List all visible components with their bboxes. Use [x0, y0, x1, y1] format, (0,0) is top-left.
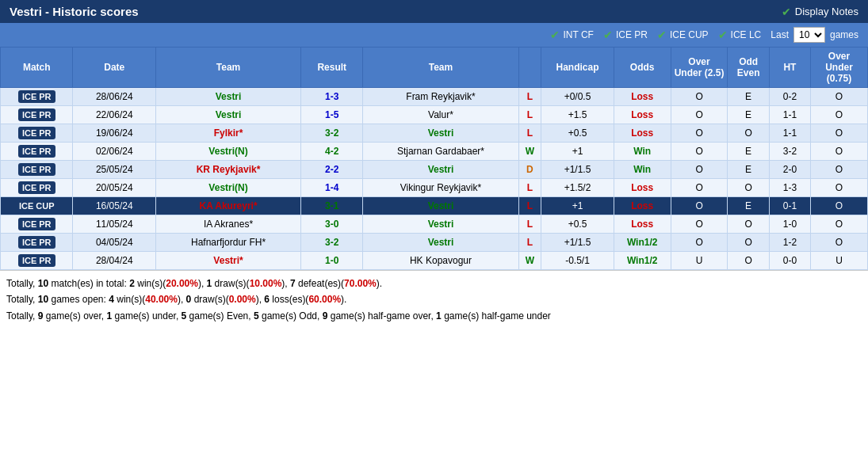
filter-bar: ✔ INT CF ✔ ICE PR ✔ ICE CUP ✔ ICE LC Las…	[0, 23, 868, 47]
result-score: 4-2	[325, 146, 338, 157]
wl-cell: L	[518, 197, 541, 215]
ice-pr-check: ✔	[603, 29, 613, 41]
footer-line2: Totally, 10 games open: 4 win(s)(40.00%)…	[6, 291, 862, 307]
odds-cell: Loss	[614, 88, 671, 106]
team2-cell: Fram Reykjavik*	[363, 88, 518, 106]
oe-cell: E	[728, 88, 769, 106]
date-cell: 25/05/24	[73, 161, 156, 179]
result-score: 1-0	[325, 255, 338, 266]
wl-cell: D	[518, 161, 541, 179]
ht-cell: 0-0	[769, 252, 810, 270]
date-cell: 11/05/24	[73, 215, 156, 234]
wl-cell: W	[518, 143, 541, 161]
ou075-cell: O	[811, 179, 868, 197]
team1-cell: Vestri	[156, 106, 301, 124]
match-badge-cell: ICE PR	[1, 215, 73, 234]
filter-ice-pr[interactable]: ✔ ICE PR	[603, 29, 648, 41]
team1-name: Vestri*	[213, 255, 243, 266]
date-cell: 19/06/24	[73, 124, 156, 143]
table-row: ICE PR02/06/24Vestri(N)4-2Stjarnan Garda…	[1, 143, 868, 161]
odds-cell: Loss	[614, 215, 671, 234]
team1-cell: Fylkir*	[156, 124, 301, 143]
match-badge: ICE PR	[18, 163, 55, 176]
ou25-cell: O	[671, 143, 728, 161]
ice-lc-label: ICE LC	[731, 29, 762, 40]
team1-name: Vestri	[216, 109, 242, 120]
display-notes-toggle[interactable]: ✔ Display Notes	[782, 6, 858, 18]
wl-cell: L	[518, 234, 541, 252]
team2-name: Vestri	[428, 237, 454, 248]
wl-cell: W	[518, 252, 541, 270]
odds-value: Win	[633, 146, 651, 157]
int-cf-check: ✔	[550, 29, 560, 41]
result-cell: 3-2	[301, 124, 363, 143]
ht-cell: 1-3	[769, 179, 810, 197]
result-cell: 3-1	[301, 197, 363, 215]
date-cell: 02/06/24	[73, 143, 156, 161]
wl-cell: L	[518, 124, 541, 143]
table-row: ICE PR28/06/24Vestri1-3Fram Reykjavik*L+…	[1, 88, 868, 106]
header-handicap: Handicap	[541, 48, 614, 88]
odds-value: Loss	[631, 91, 653, 102]
header-team2: Team	[363, 48, 518, 88]
match-badge: ICE PR	[18, 181, 55, 194]
team1-cell: KA Akureyri*	[156, 197, 301, 215]
table-row: ICE PR19/06/24Fylkir*3-2VestriL+0.5LossO…	[1, 124, 868, 143]
table-row: ICE PR22/06/24Vestri1-5Valur*L+1.5LossOE…	[1, 106, 868, 124]
team1-cell: KR Reykjavik*	[156, 161, 301, 179]
handicap-cell: +0.5	[541, 215, 614, 234]
team2-cell: Vikingur Reykjavik*	[363, 179, 518, 197]
filter-ice-lc[interactable]: ✔ ICE LC	[718, 29, 762, 41]
scores-table: Match Date Team Result Team Handicap Odd…	[0, 47, 868, 270]
header-ou075: Over Under (0.75)	[811, 48, 868, 88]
team1-name: Fylkir*	[214, 127, 243, 139]
int-cf-label: INT CF	[563, 29, 593, 40]
handicap-cell: +1/1.5	[541, 161, 614, 179]
result-score: 3-2	[325, 237, 338, 248]
result-cell: 2-2	[301, 161, 363, 179]
result-score: 1-5	[325, 109, 338, 120]
ou075-cell: O	[811, 197, 868, 215]
odds-cell: Loss	[614, 106, 671, 124]
games-count-select[interactable]: 10 5 15 20 30	[793, 27, 825, 43]
footer-line1: Totally, 10 match(es) in total: 2 win(s)…	[6, 276, 862, 291]
oe-cell: O	[728, 124, 769, 143]
table-row: ICE PR04/05/24Hafnarfjordur FH*3-2Vestri…	[1, 234, 868, 252]
handicap-cell: +1	[541, 197, 614, 215]
team2-cell: Vestri	[363, 197, 518, 215]
ht-cell: 0-2	[769, 88, 810, 106]
team1-cell: IA Akranes*	[156, 215, 301, 234]
table-header-row: Match Date Team Result Team Handicap Odd…	[1, 48, 868, 88]
wl-indicator: L	[527, 200, 533, 211]
ou075-cell: O	[811, 234, 868, 252]
ou075-cell: O	[811, 143, 868, 161]
odds-cell: Win	[614, 143, 671, 161]
match-badge: ICE PR	[18, 127, 55, 139]
team2-name: Stjarnan Gardabaer*	[397, 146, 484, 157]
team2-cell: HK Kopavogur	[363, 252, 518, 270]
team1-name: Vestri(N)	[208, 182, 247, 193]
wl-cell: L	[518, 179, 541, 197]
filter-int-cf[interactable]: ✔ INT CF	[550, 29, 593, 41]
result-cell: 1-0	[301, 252, 363, 270]
match-badge: ICE CUP	[15, 200, 59, 212]
ice-pr-label: ICE PR	[616, 29, 648, 40]
team1-cell: Vestri	[156, 88, 301, 106]
team2-name: Fram Reykjavik*	[406, 91, 475, 102]
display-notes-label: Display Notes	[795, 6, 858, 17]
team1-cell: Vestri(N)	[156, 143, 301, 161]
oe-cell: O	[728, 215, 769, 234]
last-label: Last	[770, 29, 789, 40]
team2-name: Vestri	[428, 164, 454, 175]
date-cell: 28/06/24	[73, 88, 156, 106]
header-date: Date	[73, 48, 156, 88]
ice-cup-check: ✔	[657, 29, 667, 41]
wl-cell: L	[518, 106, 541, 124]
handicap-cell: +1.5	[541, 106, 614, 124]
oe-cell: E	[728, 161, 769, 179]
date-cell: 04/05/24	[73, 234, 156, 252]
team2-name: Vikingur Reykjavik*	[400, 182, 482, 193]
filter-ice-cup[interactable]: ✔ ICE CUP	[657, 29, 709, 41]
header-result: Result	[301, 48, 363, 88]
table-row: ICE PR28/04/24Vestri*1-0HK KopavogurW-0.…	[1, 252, 868, 270]
